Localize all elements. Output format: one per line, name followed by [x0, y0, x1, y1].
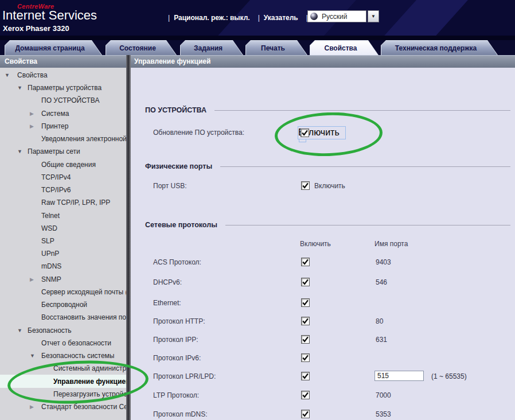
port-number: 80	[376, 313, 383, 329]
chevron-down-icon[interactable]: ▼	[30, 349, 35, 362]
sidebar-item-label: Свойства	[17, 69, 48, 81]
chevron-down-icon[interactable]: ▼	[17, 81, 22, 94]
sidebar-item[interactable]: ▶SNMP	[0, 273, 126, 286]
tab-support[interactable]: Техническая поддержка	[381, 40, 498, 55]
checkbox[interactable]	[301, 335, 310, 344]
sidebar-item[interactable]: Перезагрузить устройств	[0, 388, 126, 400]
checkbox[interactable]	[301, 129, 309, 137]
sidebar-item-label: Параметры устройства	[28, 81, 102, 94]
sidebar-item-label: Telnet	[41, 209, 60, 222]
sidebar-item[interactable]: Системный администрат	[0, 362, 126, 375]
app-window: CentreWare Internet Services Xerox Phase…	[0, 0, 515, 420]
sidebar-item-label: Raw TCP/IP, LPR, IPP	[41, 196, 110, 209]
sidebar-item-label: UPnP	[41, 247, 59, 260]
tab-label: Техническая поддержка	[381, 41, 497, 55]
sidebar-item-label: SLP	[41, 235, 54, 247]
tab-label: Состояние	[106, 41, 176, 55]
chevron-down-icon: ▼	[371, 14, 376, 19]
check-icon	[302, 354, 309, 361]
checkbox[interactable]	[301, 181, 310, 190]
sidebar-item[interactable]: ▼Безопасность системы	[0, 349, 126, 362]
language-selected: Русский	[322, 13, 348, 21]
tab-status[interactable]: Состояние	[106, 40, 177, 55]
sidebar-item[interactable]: Общие сведения	[0, 158, 126, 171]
tab-jobs[interactable]: Задания	[180, 40, 243, 55]
sidebar-item-label: Уведомления электронной по	[41, 133, 126, 145]
check-icon	[302, 391, 309, 399]
sidebar-item[interactable]: ▶Стандарт безопасности Сеть	[0, 400, 126, 413]
sidebar-item[interactable]: ▶Принтер	[0, 120, 126, 133]
tab-print[interactable]: Печать	[245, 40, 307, 55]
checkbox-label: Включить	[314, 178, 345, 194]
checkbox[interactable]	[301, 353, 310, 362]
port-number: 9403	[376, 254, 391, 270]
chevron-down-icon[interactable]: ▼	[17, 145, 22, 158]
sidebar-item[interactable]: ▼Параметры устройства	[0, 81, 126, 94]
brand-internet-services: Internet Services	[2, 8, 97, 23]
sidebar-item[interactable]: Telnet	[0, 209, 126, 222]
sidebar-item[interactable]: UPnP	[0, 247, 126, 260]
sidebar-item-label: mDNS	[41, 260, 61, 273]
sidebar-item[interactable]: Беспроводной	[0, 298, 126, 311]
sidebar-item[interactable]: ▼Безопасность	[0, 324, 126, 337]
sidebar-item-label: Общие сведения	[41, 158, 96, 171]
tab-home[interactable]: Домашняя страница	[5, 40, 102, 55]
checkbox[interactable]	[301, 298, 310, 307]
sidebar-item[interactable]: TCP/IPv6	[0, 184, 126, 196]
page-title: Управление функцией	[134, 57, 210, 65]
sidebar-item[interactable]: Сервер исходящей почты (SM	[0, 286, 126, 298]
sidebar-item[interactable]: TCP/IPv4	[0, 171, 126, 184]
checkbox[interactable]	[301, 317, 310, 325]
sidebar-item-label: SNMP	[41, 273, 61, 286]
settings-row: Протокол LPR/LPD:(1 ~ 65535)	[131, 368, 515, 384]
settings-row: Ethernet:	[131, 295, 515, 311]
language-selector[interactable]: Русский	[307, 10, 366, 22]
setting-label: ACS Протокол:	[153, 254, 201, 270]
device-name: Xerox Phaser 3320	[3, 24, 69, 33]
chevron-down-icon[interactable]: ▼	[5, 69, 10, 81]
tab-label: Печать	[246, 41, 307, 55]
sidebar-item[interactable]: SLP	[0, 235, 126, 247]
header-divider-strip	[0, 36, 515, 40]
section-title: ПО УСТРОЙСТВА	[145, 104, 510, 116]
setting-label: Протокол HTTP:	[153, 313, 205, 329]
chevron-right-icon[interactable]: ▶	[30, 273, 34, 286]
sidebar-divider	[126, 55, 131, 420]
sidebar-item[interactable]: Уведомления электронной по	[0, 133, 126, 145]
sidebar-item[interactable]: ▼Параметры сети	[0, 145, 126, 158]
sidebar-item[interactable]: Управление функцией	[0, 375, 126, 388]
checkbox[interactable]	[301, 258, 310, 266]
sidebar-item-label: Беспроводной	[41, 298, 87, 311]
sidebar-item[interactable]: WSD	[0, 222, 126, 235]
checkbox-focus-outline: Включить	[298, 126, 346, 139]
sidebar-item[interactable]: ▼Свойства	[0, 69, 126, 81]
chevron-right-icon[interactable]: ▶	[30, 400, 34, 413]
chevron-down-icon[interactable]: ▼	[17, 324, 22, 337]
sidebar-item-label: Системный администрат	[53, 362, 126, 375]
sidebar-item[interactable]: mDNS	[0, 260, 126, 273]
port-number: 7000	[376, 387, 391, 403]
chevron-right-icon[interactable]: ▶	[30, 120, 34, 133]
sidebar-item-label: Принтер	[41, 120, 68, 133]
settings-row: LTP Протокол:7000	[131, 387, 515, 403]
sidebar-item[interactable]: Отчет о безопасности	[0, 337, 126, 349]
checkbox[interactable]	[301, 372, 310, 380]
sidebar-item[interactable]: Raw TCP/IP, LPR, IPP	[0, 196, 126, 209]
settings-row: Порт USB:Включить	[131, 178, 515, 194]
sidebar-item-label: Система	[41, 107, 69, 120]
sidebar-item[interactable]: ПО УСТРОЙСТВА	[0, 94, 126, 107]
checkbox[interactable]	[301, 391, 310, 399]
tab-properties[interactable]: Свойства	[310, 40, 379, 55]
sidebar-item-label: Стандарт безопасности Сеть	[41, 400, 126, 413]
checkbox[interactable]	[301, 278, 310, 286]
sidebar-item[interactable]: ▶Система	[0, 107, 126, 120]
topbar-link[interactable]: Указатель	[264, 14, 298, 22]
port-input[interactable]	[374, 371, 424, 381]
topbar-link[interactable]: Рационал. реж.: выкл.	[174, 14, 250, 22]
check-icon	[302, 258, 309, 266]
language-dropdown-button[interactable]: ▼	[368, 10, 379, 22]
sidebar-item[interactable]: Восстановить значения по ум	[0, 311, 126, 324]
section-rule	[225, 225, 510, 225]
checkbox[interactable]	[301, 410, 310, 418]
chevron-right-icon[interactable]: ▶	[30, 107, 34, 120]
